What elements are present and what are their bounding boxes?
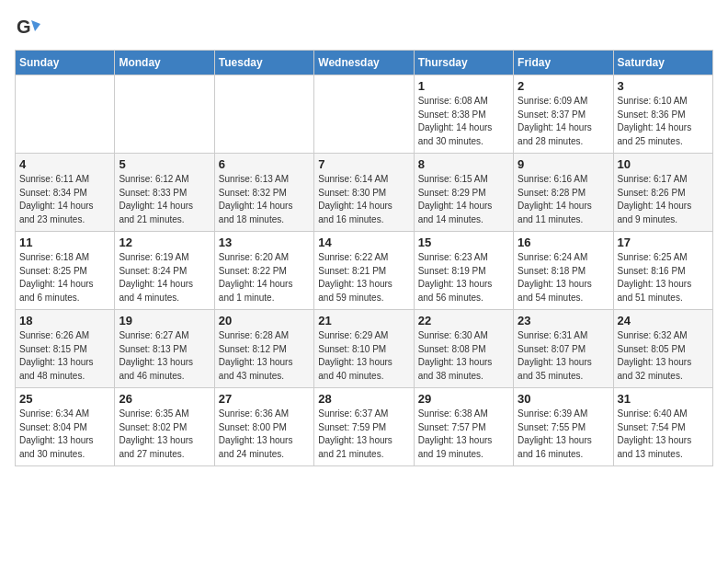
weekday-header: Friday — [514, 51, 613, 75]
calendar-cell: 8Sunrise: 6:15 AM Sunset: 8:29 PM Daylig… — [414, 154, 513, 232]
calendar-cell: 17Sunrise: 6:25 AM Sunset: 8:16 PM Dayli… — [613, 232, 712, 310]
day-number: 25 — [19, 392, 110, 406]
day-info: Sunrise: 6:12 AM Sunset: 8:33 PM Dayligh… — [119, 173, 210, 226]
day-number: 16 — [518, 236, 609, 249]
day-number: 10 — [618, 157, 709, 171]
day-info: Sunrise: 6:24 AM Sunset: 8:18 PM Dayligh… — [518, 251, 609, 304]
calendar-cell: 3Sunrise: 6:10 AM Sunset: 8:36 PM Daylig… — [613, 75, 712, 154]
day-info: Sunrise: 6:11 AM Sunset: 8:34 PM Dayligh… — [19, 173, 110, 226]
calendar-header: SundayMondayTuesdayWednesdayThursdayFrid… — [16, 51, 713, 75]
calendar-cell: 12Sunrise: 6:19 AM Sunset: 8:24 PM Dayli… — [115, 232, 214, 310]
calendar-cell: 6Sunrise: 6:13 AM Sunset: 8:32 PM Daylig… — [214, 154, 313, 232]
day-info: Sunrise: 6:10 AM Sunset: 8:36 PM Dayligh… — [618, 95, 709, 148]
svg-text:G: G — [17, 17, 31, 37]
day-number: 30 — [518, 392, 609, 406]
calendar-cell: 13Sunrise: 6:20 AM Sunset: 8:22 PM Dayli… — [214, 232, 313, 310]
calendar-cell: 4Sunrise: 6:11 AM Sunset: 8:34 PM Daylig… — [16, 154, 115, 232]
calendar-cell: 14Sunrise: 6:22 AM Sunset: 8:21 PM Dayli… — [314, 232, 414, 310]
day-number: 28 — [318, 392, 409, 406]
weekday-header: Tuesday — [214, 51, 313, 75]
calendar-cell — [214, 75, 313, 154]
calendar-cell: 23Sunrise: 6:31 AM Sunset: 8:07 PM Dayli… — [514, 310, 613, 388]
calendar-cell: 15Sunrise: 6:23 AM Sunset: 8:19 PM Dayli… — [414, 232, 513, 310]
calendar-cell: 27Sunrise: 6:36 AM Sunset: 8:00 PM Dayli… — [214, 388, 313, 466]
calendar-cell: 29Sunrise: 6:38 AM Sunset: 7:57 PM Dayli… — [414, 388, 513, 466]
calendar-week-row: 1Sunrise: 6:08 AM Sunset: 8:38 PM Daylig… — [16, 75, 713, 154]
calendar-week-row: 25Sunrise: 6:34 AM Sunset: 8:04 PM Dayli… — [16, 388, 713, 466]
day-info: Sunrise: 6:09 AM Sunset: 8:37 PM Dayligh… — [518, 95, 609, 148]
calendar-cell: 25Sunrise: 6:34 AM Sunset: 8:04 PM Dayli… — [16, 388, 115, 466]
day-info: Sunrise: 6:18 AM Sunset: 8:25 PM Dayligh… — [19, 251, 110, 304]
day-info: Sunrise: 6:27 AM Sunset: 8:13 PM Dayligh… — [119, 329, 210, 383]
day-info: Sunrise: 6:14 AM Sunset: 8:30 PM Dayligh… — [318, 173, 409, 226]
day-number: 6 — [219, 157, 310, 171]
calendar-table: SundayMondayTuesdayWednesdayThursdayFrid… — [15, 50, 713, 466]
day-info: Sunrise: 6:08 AM Sunset: 8:38 PM Dayligh… — [418, 95, 509, 148]
calendar-cell: 9Sunrise: 6:16 AM Sunset: 8:28 PM Daylig… — [514, 154, 613, 232]
day-number: 15 — [418, 236, 509, 249]
day-number: 21 — [318, 314, 409, 327]
day-number: 31 — [618, 392, 709, 406]
day-info: Sunrise: 6:31 AM Sunset: 8:07 PM Dayligh… — [518, 329, 609, 383]
weekday-header: Thursday — [414, 51, 513, 75]
day-info: Sunrise: 6:30 AM Sunset: 8:08 PM Dayligh… — [418, 329, 509, 383]
calendar-cell: 21Sunrise: 6:29 AM Sunset: 8:10 PM Dayli… — [314, 310, 414, 388]
logo-icon: G — [15, 15, 40, 40]
calendar-cell: 31Sunrise: 6:40 AM Sunset: 7:54 PM Dayli… — [613, 388, 712, 466]
calendar-cell: 20Sunrise: 6:28 AM Sunset: 8:12 PM Dayli… — [214, 310, 313, 388]
day-number: 22 — [418, 314, 509, 327]
calendar-cell — [314, 75, 414, 154]
calendar-cell: 19Sunrise: 6:27 AM Sunset: 8:13 PM Dayli… — [115, 310, 214, 388]
day-number: 2 — [518, 79, 609, 93]
day-number: 14 — [318, 236, 409, 249]
weekday-header-row: SundayMondayTuesdayWednesdayThursdayFrid… — [16, 51, 713, 75]
day-number: 26 — [119, 392, 210, 406]
calendar-week-row: 11Sunrise: 6:18 AM Sunset: 8:25 PM Dayli… — [16, 232, 713, 310]
calendar-cell: 10Sunrise: 6:17 AM Sunset: 8:26 PM Dayli… — [613, 154, 712, 232]
day-number: 12 — [119, 236, 210, 249]
day-info: Sunrise: 6:15 AM Sunset: 8:29 PM Dayligh… — [418, 173, 509, 226]
day-number: 13 — [219, 236, 310, 249]
calendar-cell: 2Sunrise: 6:09 AM Sunset: 8:37 PM Daylig… — [514, 75, 613, 154]
day-number: 7 — [318, 157, 409, 171]
calendar-cell: 22Sunrise: 6:30 AM Sunset: 8:08 PM Dayli… — [414, 310, 513, 388]
day-info: Sunrise: 6:36 AM Sunset: 8:00 PM Dayligh… — [219, 408, 310, 461]
calendar-body: 1Sunrise: 6:08 AM Sunset: 8:38 PM Daylig… — [16, 75, 713, 466]
day-number: 24 — [618, 314, 709, 327]
day-number: 11 — [19, 236, 110, 249]
calendar-week-row: 18Sunrise: 6:26 AM Sunset: 8:15 PM Dayli… — [16, 310, 713, 388]
calendar-cell: 1Sunrise: 6:08 AM Sunset: 8:38 PM Daylig… — [414, 75, 513, 154]
day-info: Sunrise: 6:37 AM Sunset: 7:59 PM Dayligh… — [318, 408, 409, 461]
day-number: 27 — [219, 392, 310, 406]
day-info: Sunrise: 6:26 AM Sunset: 8:15 PM Dayligh… — [19, 329, 110, 383]
day-number: 19 — [119, 314, 210, 327]
day-number: 5 — [119, 157, 210, 171]
day-info: Sunrise: 6:35 AM Sunset: 8:02 PM Dayligh… — [119, 408, 210, 461]
day-info: Sunrise: 6:32 AM Sunset: 8:05 PM Dayligh… — [618, 329, 709, 383]
calendar-week-row: 4Sunrise: 6:11 AM Sunset: 8:34 PM Daylig… — [16, 154, 713, 232]
weekday-header: Sunday — [16, 51, 115, 75]
day-info: Sunrise: 6:22 AM Sunset: 8:21 PM Dayligh… — [318, 251, 409, 304]
day-info: Sunrise: 6:13 AM Sunset: 8:32 PM Dayligh… — [219, 173, 310, 226]
weekday-header: Wednesday — [314, 51, 414, 75]
day-info: Sunrise: 6:25 AM Sunset: 8:16 PM Dayligh… — [618, 251, 709, 304]
day-info: Sunrise: 6:29 AM Sunset: 8:10 PM Dayligh… — [318, 329, 409, 383]
day-number: 9 — [518, 157, 609, 171]
day-number: 20 — [219, 314, 310, 327]
day-info: Sunrise: 6:17 AM Sunset: 8:26 PM Dayligh… — [618, 173, 709, 226]
calendar-cell: 28Sunrise: 6:37 AM Sunset: 7:59 PM Dayli… — [314, 388, 414, 466]
calendar-cell — [16, 75, 115, 154]
day-number: 18 — [19, 314, 110, 327]
day-number: 29 — [418, 392, 509, 406]
calendar-cell: 16Sunrise: 6:24 AM Sunset: 8:18 PM Dayli… — [514, 232, 613, 310]
day-info: Sunrise: 6:19 AM Sunset: 8:24 PM Dayligh… — [119, 251, 210, 304]
day-info: Sunrise: 6:34 AM Sunset: 8:04 PM Dayligh… — [19, 408, 110, 461]
day-number: 17 — [618, 236, 709, 249]
day-number: 4 — [19, 157, 110, 171]
calendar-cell: 24Sunrise: 6:32 AM Sunset: 8:05 PM Dayli… — [613, 310, 712, 388]
weekday-header: Saturday — [613, 51, 712, 75]
day-info: Sunrise: 6:39 AM Sunset: 7:55 PM Dayligh… — [518, 408, 609, 461]
svg-marker-1 — [31, 20, 40, 31]
day-info: Sunrise: 6:23 AM Sunset: 8:19 PM Dayligh… — [418, 251, 509, 304]
day-info: Sunrise: 6:20 AM Sunset: 8:22 PM Dayligh… — [219, 251, 310, 304]
